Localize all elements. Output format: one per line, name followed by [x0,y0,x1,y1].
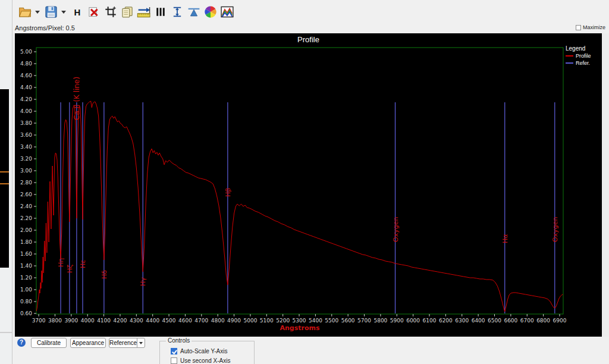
color-wheel-icon [204,5,217,18]
histogram-button[interactable]: H [70,4,85,20]
maximize-checkbox[interactable]: Maximize [576,24,605,30]
delete-image-button[interactable] [86,4,102,20]
x-tick-label: 5600 [341,318,355,324]
x-tick-label: 5800 [373,318,387,324]
x-tick-label: 5900 [390,318,404,324]
y-tick-label: 4.80 [20,61,32,67]
x-tick-label: 5200 [276,318,290,324]
y-tick-label: 2.20 [20,215,32,221]
legend-entry-profile: Profile [566,53,601,59]
angstroms-per-pixel-label: Angstroms/Pixel: 0.5 [15,24,75,32]
duplicate-button[interactable] [120,4,135,20]
y-tick-label: 0.80 [20,299,32,305]
y-tick-label: 3.60 [20,132,32,138]
spectral-line-label: Hε [79,260,87,268]
x-tick-label: 6800 [536,318,550,324]
settings-row: Angstroms/Pixel: 0.5 Maximize [12,24,609,33]
autoscale-y-checkbox[interactable]: Auto-Scale Y-Axis [171,348,228,354]
spectrum-chart-icon [221,6,234,18]
open-file-menu-button[interactable] [34,4,41,20]
x-tick-label: 4900 [227,318,241,324]
spectral-line-label: Hγ [139,277,147,286]
y-tick-label: 2.00 [20,227,32,233]
save-menu-button[interactable] [60,4,67,20]
x-tick-label: 5100 [260,318,274,324]
open-file-button[interactable] [17,4,33,20]
binning-button[interactable] [153,4,168,20]
y-tick-label: 5.00 [20,49,32,55]
x-tick-label: 4000 [81,318,95,324]
y-tick-label: 1.20 [20,275,32,281]
legend-entry-refer: Refer. [566,60,601,66]
spectral-line-label: Oxygen [551,217,559,242]
profile-chart-button[interactable] [219,4,235,20]
x-tick-label: 4100 [97,318,111,324]
reference-lines [61,102,555,313]
x-tick-label: 4800 [211,318,225,324]
x-tick-label: 6500 [488,318,501,324]
y-tick-label: 2.60 [20,192,32,197]
y-tick-label: 1.00 [20,287,32,293]
spectral-line-label: Oxygen [392,217,400,242]
calibrate-button[interactable]: Calibrate [31,338,67,348]
vertical-arrows-icon [172,6,183,18]
background-image-strip [0,89,9,268]
maximize-checkbox-box[interactable] [576,25,581,30]
y-tick-label: 4.20 [20,96,32,102]
letter-h-icon: H [74,7,81,17]
plot-border [36,48,563,314]
calibrate-measure-button[interactable] [136,4,152,20]
help-button[interactable]: ? [17,338,26,347]
triangle-bar-icon [188,7,200,17]
spectrum-plot[interactable]: 3700380039004000410042004300440045004600… [15,33,602,337]
color-settings-button[interactable] [203,4,218,20]
appearance-button[interactable]: Appearance [70,338,106,348]
x-tick-label: 5700 [357,318,371,324]
left-panel-strip [0,0,12,364]
x-tick-label: 3800 [48,318,62,324]
strip-marker-line [0,183,9,184]
x-tick-label: 5500 [325,318,338,324]
second-x-axis-checkbox-box[interactable] [171,357,177,364]
chevron-down-icon [61,11,66,14]
x-axis-title: Angstroms [280,324,319,332]
peak-marker-button[interactable] [186,4,202,20]
x-tick-label: 5400 [309,318,322,324]
x-tick-label: 5300 [293,318,306,324]
second-x-axis-checkbox[interactable]: Use second X-Axis [171,357,230,364]
x-tick-label: 5000 [243,318,257,324]
profile-curve [36,101,563,312]
refer-swatch [566,62,573,64]
spectral-line-label: Hη [57,258,65,267]
x-tick-label: 4500 [162,318,176,324]
app-window: H [0,0,609,364]
reference-button[interactable]: Reference [109,338,137,348]
crop-icon [105,6,117,18]
x-tick-label: 4300 [130,318,143,324]
save-button[interactable] [43,4,59,20]
y-tick-label: 3.40 [20,144,32,150]
crop-button[interactable] [103,4,118,20]
controls-title: Controls [166,337,192,344]
x-tick-label: 4200 [114,318,127,324]
red-x-icon [88,6,100,18]
ruler-arrow-icon [137,6,151,18]
spectral-line-label: Hβ [224,188,232,197]
x-tick-label: 3900 [64,318,78,324]
y-tick-label: 4.40 [20,84,32,90]
y-tick-label: 4.60 [20,73,32,79]
y-tick-label: 3.80 [20,120,32,126]
x-tick-label: 6600 [504,318,517,324]
reference-dropdown-button[interactable] [137,338,145,348]
y-axis: 5.004.804.604.404.204.003.803.603.403.20… [20,49,36,316]
floppy-save-icon [45,5,58,18]
y-tick-label: 3.00 [20,168,32,174]
three-bars-icon [155,7,166,17]
maximize-label: Maximize [583,24,605,30]
autoscale-y-checkbox-box[interactable] [171,348,177,354]
x-tick-label: 4700 [194,318,208,324]
vertical-scale-button[interactable] [169,4,185,20]
x-axis: 3700380039004000410042004300440045004600… [32,314,567,324]
spectral-line-label: Hδ [101,270,108,279]
y-tick-label: 3.20 [20,156,32,162]
